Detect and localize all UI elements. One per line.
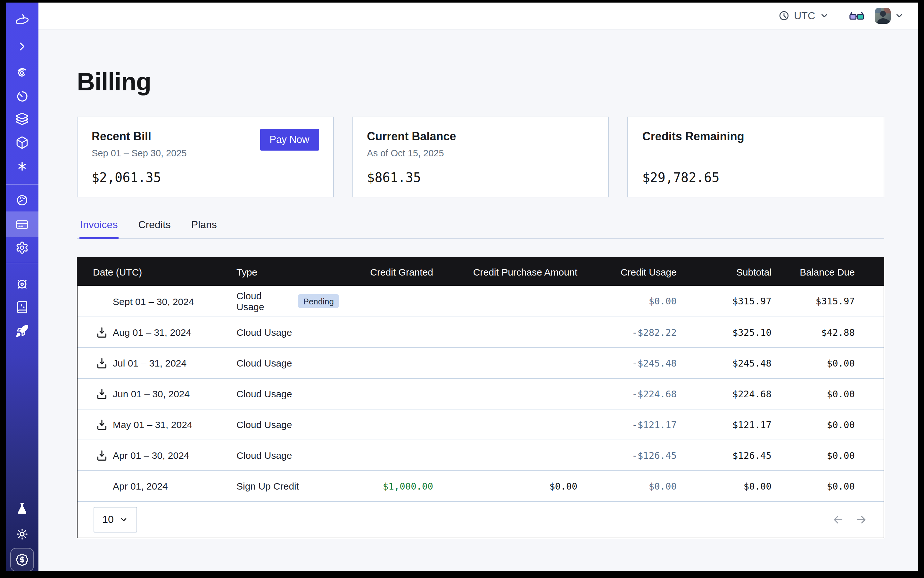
invoice-date: Sept 01 – 30, 2024 bbox=[113, 296, 194, 307]
prev-page-button[interactable] bbox=[832, 513, 844, 526]
table-footer: 10 bbox=[78, 501, 883, 537]
subtotal: $325.10 bbox=[677, 327, 771, 338]
main-content: Billing Recent Bill Sep 01 – Sep 30, 202… bbox=[39, 29, 918, 571]
billing-card-icon[interactable] bbox=[6, 212, 39, 237]
sidebar-divider bbox=[6, 263, 39, 263]
tab-invoices[interactable]: Invoices bbox=[80, 219, 118, 239]
table-row: Jul 01 – 31, 2024 Cloud Usage -$245.48 $… bbox=[78, 347, 883, 378]
tab-plans[interactable]: Plans bbox=[191, 219, 218, 239]
invoice-date: Jun 01 – 30, 2024 bbox=[113, 388, 190, 399]
account-menu[interactable] bbox=[875, 8, 904, 24]
summary-cards: Recent Bill Sep 01 – Sep 30, 2025 Pay No… bbox=[77, 117, 884, 197]
col-subtotal: Subtotal bbox=[677, 266, 771, 277]
invoice-type: Cloud Usage bbox=[236, 357, 292, 369]
sidebar bbox=[6, 3, 39, 571]
clock-icon bbox=[779, 10, 789, 21]
invoice-date: Apr 01, 2024 bbox=[113, 481, 168, 492]
sidebar-divider bbox=[6, 184, 39, 185]
observe-spiral-icon[interactable] bbox=[6, 60, 39, 84]
table-row: Apr 01 – 30, 2024 Cloud Usage -$126.45 $… bbox=[78, 440, 883, 470]
download-invoice-icon[interactable] bbox=[96, 449, 108, 462]
invoice-type: Cloud Usage bbox=[236, 388, 292, 399]
recent-bill-title: Recent Bill bbox=[92, 130, 187, 143]
chevron-down-icon bbox=[120, 515, 128, 524]
expand-chevron-icon[interactable] bbox=[6, 34, 39, 58]
table-row: May 01 – 31, 2024 Cloud Usage -$121.17 $… bbox=[78, 409, 883, 440]
billing-tabs: Invoices Credits Plans bbox=[77, 219, 884, 239]
subtotal: $315.97 bbox=[677, 296, 771, 306]
3d-glasses-icon[interactable] bbox=[849, 9, 864, 22]
col-type: Type bbox=[236, 266, 339, 277]
topbar: UTC bbox=[39, 3, 918, 29]
credits-remaining-card: Credits Remaining $29,782.65 bbox=[628, 117, 884, 197]
invoice-date: Aug 01 – 31, 2024 bbox=[113, 327, 191, 338]
table-header: Date (UTC) Type Credit Granted Credit Pu… bbox=[78, 258, 883, 286]
table-row: Sept 01 – 30, 2024 Cloud UsagePending $0… bbox=[78, 286, 883, 317]
credit-usage: $0.00 bbox=[577, 481, 677, 491]
invoice-type: Sign Up Credit bbox=[236, 481, 299, 492]
invoice-type: Cloud Usage bbox=[236, 450, 292, 461]
invoice-type: Cloud Usage bbox=[236, 327, 292, 338]
current-balance-card: Current Balance As of Oct 15, 2025 $861.… bbox=[352, 117, 609, 197]
timer-icon[interactable] bbox=[6, 84, 39, 108]
chevron-down-icon bbox=[895, 11, 904, 21]
docs-book-icon[interactable] bbox=[6, 295, 39, 319]
invoice-date: May 01 – 31, 2024 bbox=[113, 419, 193, 430]
credit-usage: -$126.45 bbox=[577, 450, 677, 460]
table-row: Jun 01 – 30, 2024 Cloud Usage -$224.68 $… bbox=[78, 378, 883, 409]
current-balance-title: Current Balance bbox=[367, 130, 456, 143]
balance-due: $42.88 bbox=[771, 327, 855, 338]
labs-flask-icon[interactable] bbox=[6, 496, 39, 520]
page-title: Billing bbox=[77, 68, 884, 96]
layers-icon[interactable] bbox=[6, 106, 39, 131]
timezone-selector[interactable]: UTC bbox=[779, 10, 829, 21]
subtotal: $245.48 bbox=[677, 358, 771, 368]
invoice-type: Cloud Usage bbox=[236, 290, 292, 312]
col-credit-usage: Credit Usage bbox=[577, 266, 677, 277]
invoices-table: Date (UTC) Type Credit Granted Credit Pu… bbox=[77, 257, 884, 538]
credit-usage: -$282.22 bbox=[577, 327, 677, 338]
invoice-date: Jul 01 – 31, 2024 bbox=[113, 357, 187, 369]
balance-due: $0.00 bbox=[771, 358, 855, 368]
subtotal: $224.68 bbox=[677, 389, 771, 399]
download-invoice-icon[interactable] bbox=[96, 387, 108, 400]
credit-purchase: $0.00 bbox=[433, 481, 577, 491]
usage-gauge-icon[interactable] bbox=[6, 188, 39, 212]
credit-usage: -$224.68 bbox=[577, 389, 677, 399]
download-invoice-icon[interactable] bbox=[96, 326, 108, 339]
page-size-select[interactable]: 10 bbox=[94, 507, 137, 533]
credit-usage: -$121.17 bbox=[577, 419, 677, 430]
theme-sun-icon[interactable] bbox=[6, 521, 39, 546]
subtotal: $126.45 bbox=[677, 450, 771, 460]
col-credit-granted: Credit Granted bbox=[339, 266, 433, 277]
download-invoice-icon[interactable] bbox=[96, 357, 108, 369]
app-window: UTC bbox=[0, 0, 924, 578]
asterisk-icon[interactable] bbox=[6, 154, 39, 178]
avatar bbox=[875, 8, 891, 24]
credit-granted: $1,000.00 bbox=[339, 481, 433, 491]
quickstart-rocket-icon[interactable] bbox=[6, 318, 39, 343]
balance-due: $0.00 bbox=[771, 419, 855, 430]
table-body: Sept 01 – 30, 2024 Cloud UsagePending $0… bbox=[78, 286, 883, 501]
pay-now-button[interactable]: Pay Now bbox=[260, 129, 319, 151]
credits-remaining-title: Credits Remaining bbox=[642, 130, 744, 143]
page-size-value: 10 bbox=[102, 514, 114, 526]
credit-usage: -$245.48 bbox=[577, 358, 677, 368]
subtotal: $121.17 bbox=[677, 419, 771, 430]
settings-gear-icon[interactable] bbox=[6, 235, 39, 260]
logo-orbit-icon[interactable] bbox=[6, 8, 39, 32]
credit-usage: $0.00 bbox=[577, 296, 677, 306]
download-invoice-icon[interactable] bbox=[96, 418, 108, 431]
helm-wheel-icon[interactable] bbox=[6, 272, 39, 296]
subtotal: $0.00 bbox=[677, 481, 771, 491]
rewards-badge-dollar-icon[interactable] bbox=[10, 548, 34, 571]
package-icon[interactable] bbox=[6, 130, 39, 154]
balance-due: $0.00 bbox=[771, 450, 855, 460]
next-page-button[interactable] bbox=[855, 513, 867, 526]
col-credit-purchase: Credit Purchase Amount bbox=[433, 266, 577, 277]
tab-credits[interactable]: Credits bbox=[138, 219, 171, 239]
status-badge: Pending bbox=[298, 294, 339, 308]
current-balance-amount: $861.35 bbox=[367, 170, 594, 185]
col-balance-due: Balance Due bbox=[771, 266, 855, 277]
col-date: Date (UTC) bbox=[78, 266, 236, 277]
